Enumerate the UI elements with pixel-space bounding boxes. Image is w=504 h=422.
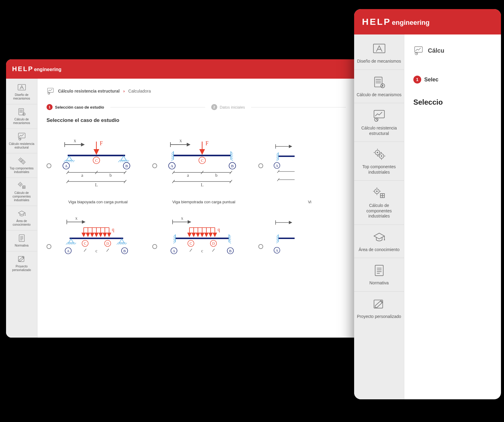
case-option[interactable]: x q xyxy=(47,216,140,260)
brand-help: HELP xyxy=(362,17,391,27)
content-area: Cálculo resistencia estructural › Calcul… xyxy=(37,79,361,338)
step-line xyxy=(110,107,205,107)
sidebar-item-top-componentes[interactable]: Top componentes industriales xyxy=(354,142,404,181)
svg-text:L: L xyxy=(201,182,204,187)
svg-text:B: B xyxy=(125,164,128,168)
svg-text:L: L xyxy=(95,182,98,187)
sidebar-item-label: Top componentes industriales xyxy=(7,167,36,174)
case-caption: Viga biapoyada con carga puntual xyxy=(56,200,140,204)
radio-input[interactable] xyxy=(47,163,51,168)
gear-grid-icon xyxy=(372,186,386,200)
radio-input[interactable] xyxy=(152,244,157,249)
sidebar-item-proyecto-personalizado[interactable]: Proyecto personalizado xyxy=(354,292,404,325)
chevron-right-icon: › xyxy=(123,89,125,93)
svg-text:b: b xyxy=(109,173,112,178)
sidebar-item-proyecto-personalizado[interactable]: Proyecto personalizado xyxy=(6,251,37,276)
sidebar-item-label: Cálculo resistencia estructural xyxy=(7,142,36,149)
radio-input[interactable] xyxy=(47,244,51,249)
header-bar: HELPengineering xyxy=(6,59,361,79)
svg-text:b: b xyxy=(215,173,218,178)
document-icon xyxy=(372,263,386,277)
case-option[interactable]: x F A C xyxy=(47,136,140,204)
case-option[interactable]: x q xyxy=(152,216,246,260)
step-2[interactable]: 2 Datos iniciales xyxy=(211,104,245,110)
sidebar-item-calculo-componentes[interactable]: Cálculo de componentes industriales xyxy=(6,178,37,206)
sidebar-item-label: Cálculo de componentes industriales xyxy=(7,191,36,202)
pencil-doc-icon xyxy=(17,254,26,263)
sidebar-item-label: Top componentes industriales xyxy=(357,164,402,175)
sidebar-item-label: Normativa xyxy=(357,280,402,286)
svg-text:C: C xyxy=(84,241,86,246)
beam-diagram-partial: A xyxy=(267,136,295,190)
content-area: Cálcu 1 Selec Seleccio xyxy=(404,34,501,399)
case-option[interactable]: A Vi xyxy=(258,136,352,204)
svg-text:D: D xyxy=(212,241,215,246)
compass-icon xyxy=(17,83,26,92)
case-grid: x F A C xyxy=(47,136,352,260)
radio-input[interactable] xyxy=(258,163,263,168)
sidebar-item-normativa[interactable]: Normativa xyxy=(6,231,37,251)
stepper: 1 Selección caso de estudio 2 Datos inic… xyxy=(47,104,352,110)
radio-input[interactable] xyxy=(152,163,157,168)
svg-text:A: A xyxy=(65,164,68,168)
svg-text:c: c xyxy=(201,249,203,253)
svg-text:A: A xyxy=(276,164,278,168)
svg-text:C: C xyxy=(95,158,98,163)
sidebar-item-diseno-mecanismos[interactable]: Diseño de mecanismos xyxy=(6,80,37,104)
sidebar-item-top-componentes[interactable]: Top componentes industriales xyxy=(6,153,37,178)
case-caption: Viga biempotrada con carga puntual xyxy=(161,200,246,204)
sidebar: Diseño de mecanismos Cálculo de mecanism… xyxy=(6,79,37,338)
graduation-icon xyxy=(17,209,26,218)
document-icon xyxy=(17,234,26,243)
svg-text:B: B xyxy=(229,249,232,253)
step-number: 1 xyxy=(413,76,421,83)
svg-text:x: x xyxy=(179,138,182,143)
svg-text:B: B xyxy=(231,164,234,168)
case-option[interactable]: x F A C B xyxy=(152,136,246,204)
svg-text:A: A xyxy=(276,249,278,253)
breadcrumb: Cálculo resistencia estructural › Calcul… xyxy=(47,87,352,95)
sidebar-item-area-conocimiento[interactable]: Área de conocimiento xyxy=(6,206,37,231)
sidebar-item-resistencia-estructural[interactable]: Cálculo resistencia estructural xyxy=(354,103,404,142)
svg-text:x: x xyxy=(181,216,183,221)
sidebar-item-label: Normativa xyxy=(7,244,36,247)
svg-text:x: x xyxy=(74,138,76,143)
breadcrumb-parent[interactable]: Cálcu xyxy=(428,47,444,54)
svg-text:c: c xyxy=(95,249,97,253)
svg-text:F: F xyxy=(205,140,208,146)
sidebar-item-area-conocimiento[interactable]: Área de conocimiento xyxy=(354,225,404,258)
step-1[interactable]: 1 Selección caso de estudio xyxy=(47,104,104,110)
step-1[interactable]: 1 Selec xyxy=(413,76,501,83)
gear-grid-icon xyxy=(17,181,26,190)
radio-input[interactable] xyxy=(258,244,263,249)
sidebar-item-diseno-mecanismos[interactable]: Diseño de mecanismos xyxy=(354,36,404,70)
svg-text:B: B xyxy=(123,249,126,253)
sidebar-item-label: Diseño de mecanismos xyxy=(357,59,402,64)
sidebar-item-calculo-mecanismos[interactable]: Cálculo de mecanismos xyxy=(6,104,37,129)
calc-gear-icon xyxy=(17,107,26,116)
sidebar-item-label: Cálculo de mecanismos xyxy=(7,118,36,125)
sidebar-item-label: Diseño de mecanismos xyxy=(7,93,36,100)
breadcrumb-parent[interactable]: Cálculo resistencia estructural xyxy=(58,89,120,93)
svg-text:F: F xyxy=(100,140,103,146)
sidebar-item-calculo-componentes[interactable]: Cálculo de componentes industriales xyxy=(354,181,404,225)
gears-icon xyxy=(17,156,26,165)
beam-diagram-biapoyada-distribuida: x q xyxy=(56,216,137,259)
step-label: Selección caso de estudio xyxy=(55,105,104,110)
case-option[interactable]: A xyxy=(258,216,352,260)
gears-icon xyxy=(372,147,386,161)
brand-eng: engineering xyxy=(392,19,430,26)
compass-icon xyxy=(372,42,386,56)
graduation-icon xyxy=(372,230,386,244)
sidebar-item-resistencia-estructural[interactable]: Cálculo resistencia estructural xyxy=(6,129,37,153)
svg-text:q: q xyxy=(218,227,220,232)
step-label: Selec xyxy=(424,77,438,83)
sidebar-item-normativa[interactable]: Normativa xyxy=(354,258,404,292)
svg-text:A: A xyxy=(67,249,69,253)
header-bar: HELPengineering xyxy=(354,9,501,34)
app-window-overlay: HELPengineering Diseño de mecanismos Cál… xyxy=(354,9,501,399)
step-label: Datos iniciales xyxy=(220,105,245,110)
chart-icon xyxy=(17,132,26,141)
breadcrumb-current: Calculadora xyxy=(128,89,151,93)
sidebar-item-calculo-mecanismos[interactable]: Cálculo de mecanismos xyxy=(354,70,404,103)
